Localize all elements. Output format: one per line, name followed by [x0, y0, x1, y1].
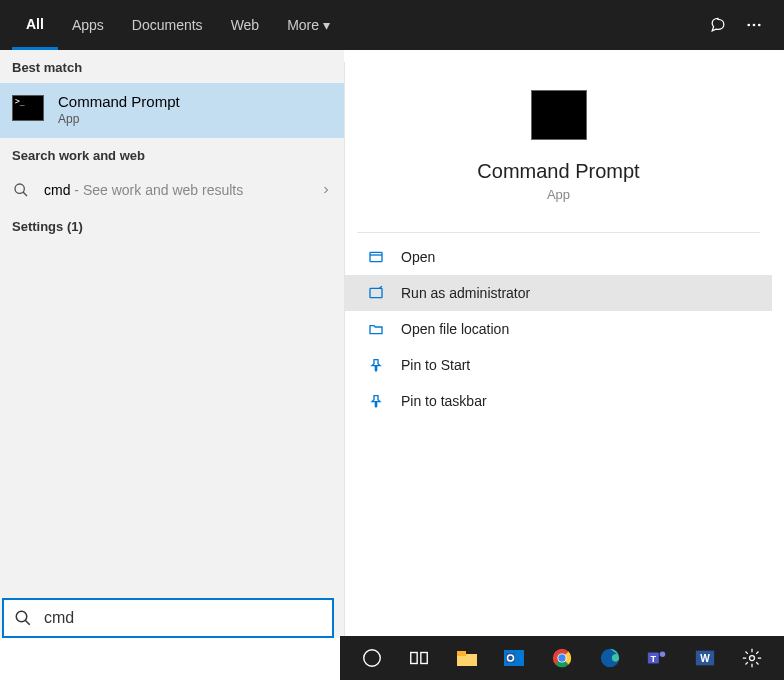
- search-scope-tabs: All Apps Documents Web More ▾: [0, 0, 784, 50]
- tab-more-label: More: [287, 17, 319, 33]
- best-match-subtitle: App: [58, 112, 180, 126]
- cortana-icon[interactable]: [348, 636, 396, 680]
- action-pin-taskbar[interactable]: Pin to taskbar: [345, 383, 772, 419]
- pin-icon: [367, 356, 385, 374]
- preview-title: Command Prompt: [357, 160, 760, 183]
- action-pin-start-label: Pin to Start: [401, 357, 470, 373]
- folder-icon: [367, 320, 385, 338]
- word-icon[interactable]: W: [681, 636, 729, 680]
- tab-apps[interactable]: Apps: [58, 0, 118, 50]
- search-input[interactable]: [44, 609, 322, 627]
- svg-point-29: [750, 656, 755, 661]
- svg-rect-5: [370, 252, 382, 261]
- settings-icon[interactable]: [729, 636, 777, 680]
- pin-icon: [367, 392, 385, 410]
- svg-point-26: [660, 652, 666, 658]
- search-icon: [14, 609, 32, 627]
- results-panel: Best match Command Prompt App Search wor…: [0, 50, 344, 638]
- preview-app-icon: [531, 90, 587, 140]
- ellipsis-icon[interactable]: [736, 7, 772, 43]
- chrome-icon[interactable]: [538, 636, 586, 680]
- teams-icon[interactable]: T: [633, 636, 681, 680]
- chevron-right-icon: [320, 184, 332, 196]
- outlook-icon[interactable]: [491, 636, 539, 680]
- action-pin-taskbar-label: Pin to taskbar: [401, 393, 487, 409]
- best-match-title: Command Prompt: [58, 93, 180, 110]
- best-match-header: Best match: [0, 50, 344, 83]
- svg-text:W: W: [700, 653, 710, 664]
- tab-documents[interactable]: Documents: [118, 0, 217, 50]
- svg-point-8: [16, 611, 27, 622]
- tab-web[interactable]: Web: [217, 0, 274, 50]
- preview-panel: Command Prompt App Open Run as administr…: [344, 62, 772, 638]
- chevron-down-icon: ▾: [323, 17, 330, 33]
- best-match-result[interactable]: Command Prompt App: [0, 83, 344, 138]
- svg-point-1: [753, 24, 756, 27]
- feedback-icon[interactable]: [700, 7, 736, 43]
- action-open-location[interactable]: Open file location: [345, 311, 772, 347]
- svg-line-4: [23, 192, 27, 196]
- web-search-query: cmd: [44, 182, 70, 198]
- open-icon: [367, 248, 385, 266]
- svg-rect-12: [421, 653, 427, 664]
- action-run-admin[interactable]: Run as administrator: [345, 275, 772, 311]
- search-icon: [12, 181, 30, 199]
- svg-point-10: [364, 650, 381, 667]
- svg-rect-11: [411, 653, 417, 664]
- action-pin-start[interactable]: Pin to Start: [345, 347, 772, 383]
- action-open-location-label: Open file location: [401, 321, 509, 337]
- shield-icon: [367, 284, 385, 302]
- tab-more[interactable]: More ▾: [273, 0, 344, 50]
- task-view-icon[interactable]: [396, 636, 444, 680]
- svg-rect-14: [457, 651, 466, 656]
- svg-point-2: [758, 24, 761, 27]
- edge-icon[interactable]: [586, 636, 634, 680]
- svg-point-0: [747, 24, 750, 27]
- svg-rect-7: [370, 288, 382, 297]
- settings-header[interactable]: Settings (1): [0, 209, 344, 244]
- svg-point-22: [558, 654, 565, 661]
- action-open-label: Open: [401, 249, 435, 265]
- taskbar: T W: [340, 636, 784, 680]
- svg-text:T: T: [651, 654, 657, 664]
- tab-all[interactable]: All: [12, 0, 58, 50]
- web-search-hint: - See work and web results: [70, 182, 243, 198]
- svg-line-9: [25, 620, 30, 625]
- preview-subtitle: App: [357, 187, 760, 202]
- search-input-bar[interactable]: [2, 598, 334, 638]
- file-explorer-icon[interactable]: [443, 636, 491, 680]
- web-search-suggestion[interactable]: cmd - See work and web results: [0, 171, 344, 209]
- search-web-header: Search work and web: [0, 138, 344, 171]
- cmd-prompt-icon: [12, 95, 44, 121]
- svg-point-3: [15, 184, 24, 193]
- divider: [357, 232, 760, 233]
- action-run-admin-label: Run as administrator: [401, 285, 530, 301]
- action-open[interactable]: Open: [345, 239, 772, 275]
